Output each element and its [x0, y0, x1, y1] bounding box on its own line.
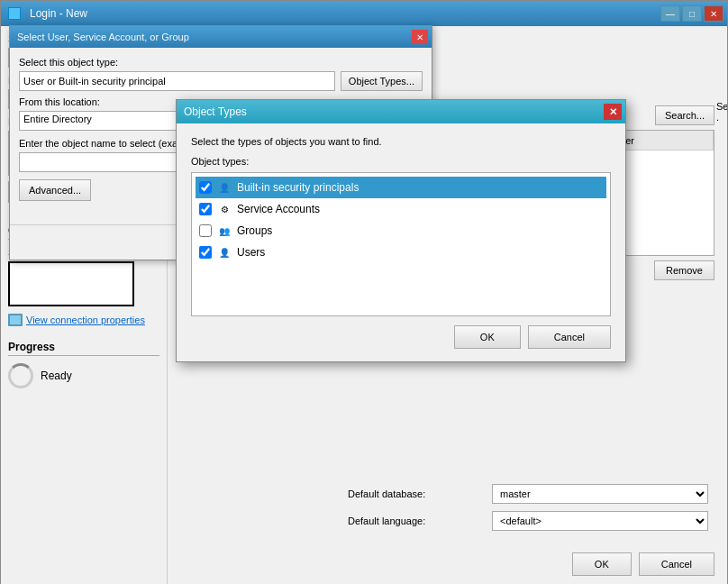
select-advanced-button[interactable]: Advanced... — [19, 179, 91, 201]
select-dialog-close[interactable]: ✕ — [412, 30, 428, 44]
titlebar-controls: — □ ✕ — [660, 5, 723, 22]
default-language-row: Default language: <default> — [348, 511, 714, 531]
obj-type-item-builtin[interactable]: 👤 Built-in security principals — [196, 177, 606, 198]
main-bottom-buttons: OK Cancel — [572, 552, 714, 576]
form-area: Default database: master Default languag… — [348, 484, 714, 538]
default-database-row: Default database: master — [348, 484, 714, 504]
search-text-label: Search . — [716, 101, 727, 123]
builtin-label: Built-in security principals — [237, 181, 359, 194]
object-type-row: Object Types... — [19, 71, 423, 91]
obj-type-item-groups[interactable]: 👥 Groups — [196, 220, 606, 242]
main-window-title: Login - New — [30, 7, 87, 20]
service-icon: ⚙ — [217, 202, 232, 216]
search-button[interactable]: Search... — [655, 105, 714, 125]
checkbox-service[interactable] — [199, 203, 212, 215]
main-ok-button[interactable]: OK — [572, 552, 632, 576]
obj-types-label: Object types: — [191, 156, 611, 167]
select-dialog-titlebar: Select User, Service Account, or Group ✕ — [10, 26, 432, 48]
maximize-button[interactable]: □ — [682, 5, 702, 22]
checkbox-builtin[interactable] — [199, 181, 212, 194]
view-connection-link[interactable]: View connection properties — [8, 314, 159, 326]
obj-dialog-buttons: OK Cancel — [191, 316, 611, 352]
monitor-icon — [8, 314, 23, 326]
object-types-dialog: Object Types ✕ Select the types of objec… — [176, 99, 626, 362]
remove-button[interactable]: Remove — [654, 260, 714, 280]
remove-area: Remove — [654, 260, 714, 280]
progress-title: Progress — [8, 341, 159, 356]
users-label: Users — [237, 246, 265, 259]
service-label: Service Accounts — [237, 203, 320, 215]
main-titlebar: Login - New — □ ✕ — [1, 1, 727, 26]
obj-dialog-description: Select the types of objects you want to … — [191, 136, 611, 147]
default-language-select[interactable]: <default> — [492, 511, 708, 531]
app-icon — [8, 7, 21, 20]
spinner-icon — [8, 363, 33, 388]
users-icon: 👤 — [217, 245, 232, 260]
checkbox-users[interactable] — [199, 246, 212, 259]
obj-type-item-service[interactable]: ⚙ Service Accounts — [196, 198, 606, 220]
select-object-type-label: Select this object type: — [19, 57, 423, 68]
builtin-icon: 👤 — [217, 180, 232, 195]
obj-dialog-content: Select the types of objects you want to … — [177, 123, 625, 361]
select-dialog-title: Select User, Service Account, or Group — [17, 32, 189, 42]
default-database-label: Default database: — [348, 488, 492, 499]
server-box — [8, 261, 134, 306]
close-button[interactable]: ✕ — [704, 5, 723, 22]
view-connection-label: View connection properties — [26, 315, 145, 325]
select-type-input[interactable] — [19, 71, 335, 91]
groups-label: Groups — [237, 224, 272, 237]
obj-type-item-users[interactable]: 👤 Users — [196, 242, 606, 263]
obj-cancel-button[interactable]: Cancel — [528, 325, 611, 349]
obj-ok-button[interactable]: OK — [454, 325, 521, 349]
checkbox-groups[interactable] — [199, 224, 212, 237]
obj-dialog-close-button[interactable]: ✕ — [604, 104, 622, 120]
object-types-button[interactable]: Object Types... — [341, 71, 423, 91]
obj-dialog-titlebar: Object Types ✕ — [177, 100, 625, 123]
minimize-button[interactable]: — — [660, 5, 680, 22]
progress-row: Ready — [8, 363, 159, 388]
default-language-label: Default language: — [348, 516, 492, 526]
obj-dialog-title: Object Types — [184, 105, 247, 118]
obj-types-list: 👤 Built-in security principals ⚙ Service… — [191, 172, 611, 316]
progress-section: Progress Ready — [8, 341, 159, 388]
groups-icon: 👥 — [217, 224, 232, 238]
progress-status: Ready — [41, 370, 72, 382]
default-database-select[interactable]: master — [492, 484, 708, 504]
main-cancel-button[interactable]: Cancel — [639, 552, 714, 576]
